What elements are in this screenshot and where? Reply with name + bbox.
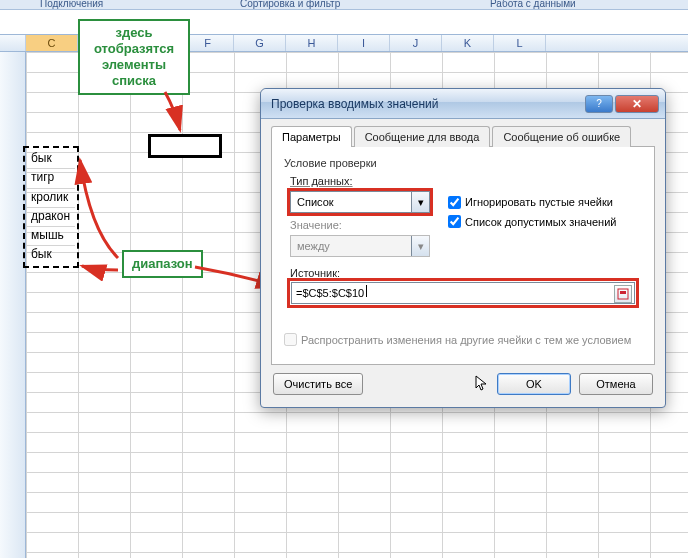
range-picker-button[interactable] (614, 285, 632, 303)
close-button[interactable]: ✕ (615, 95, 659, 113)
range-cell: тигр (27, 169, 75, 188)
ribbon-group-connections: Подключения (40, 0, 103, 9)
tab-input-message[interactable]: Сообщение для ввода (354, 126, 491, 147)
clear-all-button[interactable]: Очистить все (273, 373, 363, 395)
propagate-input (284, 333, 297, 346)
help-button[interactable]: ? (585, 95, 613, 113)
ribbon-group-data: Работа с данными (490, 0, 576, 9)
range-cell: бык (27, 246, 75, 265)
tab-panel: Условие проверки Тип данных: Список ▾ Иг… (271, 147, 655, 365)
target-dropdown-cell[interactable] (148, 134, 222, 158)
ok-button[interactable]: OK (497, 373, 571, 395)
source-value: =$C$5:$C$10 (296, 287, 364, 299)
col-header-K[interactable]: K (442, 35, 494, 51)
col-header-L[interactable]: L (494, 35, 546, 51)
type-label: Тип данных: (290, 175, 642, 187)
col-header-C[interactable]: C (26, 35, 78, 51)
range-cell: кролик (27, 189, 75, 208)
ignore-blank-label: Игнорировать пустые ячейки (465, 196, 613, 208)
ignore-blank-input[interactable] (448, 196, 461, 209)
range-cell: дракон (27, 208, 75, 227)
ribbon-hint: Подключения Сортировка и фильтр Работа с… (0, 0, 688, 10)
chevron-down-icon: ▾ (411, 192, 429, 212)
ignore-blank-checkbox[interactable]: Игнорировать пустые ячейки (448, 196, 613, 209)
cancel-button[interactable]: Отмена (579, 373, 653, 395)
dialog-footer: Очистить все OK Отмена (271, 365, 655, 397)
section-title: Условие проверки (284, 157, 642, 169)
propagate-label: Распространить изменения на другие ячейк… (301, 334, 631, 346)
svg-rect-1 (620, 291, 626, 294)
ribbon-group-sort: Сортировка и фильтр (240, 0, 340, 9)
dropdown-list-input[interactable] (448, 215, 461, 228)
value-combo: между ▾ (290, 235, 430, 257)
cursor-icon (475, 375, 489, 393)
type-value: Список (297, 196, 334, 208)
propagate-checkbox: Распространить изменения на другие ячейк… (284, 333, 631, 346)
callout-list-elements: здесь отобразятся элементы списка (78, 19, 190, 95)
range-cell: мышь (27, 227, 75, 246)
source-field-wrap: =$C$5:$C$10 (290, 281, 636, 305)
callout-range: диапазон (122, 250, 203, 278)
type-combo[interactable]: Список ▾ (290, 191, 430, 213)
col-header-H[interactable]: H (286, 35, 338, 51)
col-header-J[interactable]: J (390, 35, 442, 51)
dialog-title: Проверка вводимых значений (271, 97, 439, 111)
range-cell: бык (27, 150, 75, 169)
dropdown-list-label: Список допустимых значений (465, 216, 616, 228)
tab-error-alert[interactable]: Сообщение об ошибке (492, 126, 631, 147)
tab-parameters[interactable]: Параметры (271, 126, 352, 147)
text-cursor (364, 285, 367, 297)
chevron-down-icon: ▾ (411, 236, 429, 256)
source-input[interactable]: =$C$5:$C$10 (291, 282, 635, 304)
value-combo-text: между (297, 240, 330, 252)
row-headers (0, 52, 26, 558)
source-range-marquee: бык тигр кролик дракон мышь бык (23, 146, 79, 268)
dialog-titlebar[interactable]: Проверка вводимых значений ? ✕ (261, 89, 665, 119)
source-label: Источник: (290, 267, 642, 279)
data-validation-dialog: Проверка вводимых значений ? ✕ Параметры… (260, 88, 666, 408)
dropdown-list-checkbox[interactable]: Список допустимых значений (448, 215, 616, 228)
dialog-tabs: Параметры Сообщение для ввода Сообщение … (271, 125, 655, 147)
col-header-I[interactable]: I (338, 35, 390, 51)
col-header-G[interactable]: G (234, 35, 286, 51)
